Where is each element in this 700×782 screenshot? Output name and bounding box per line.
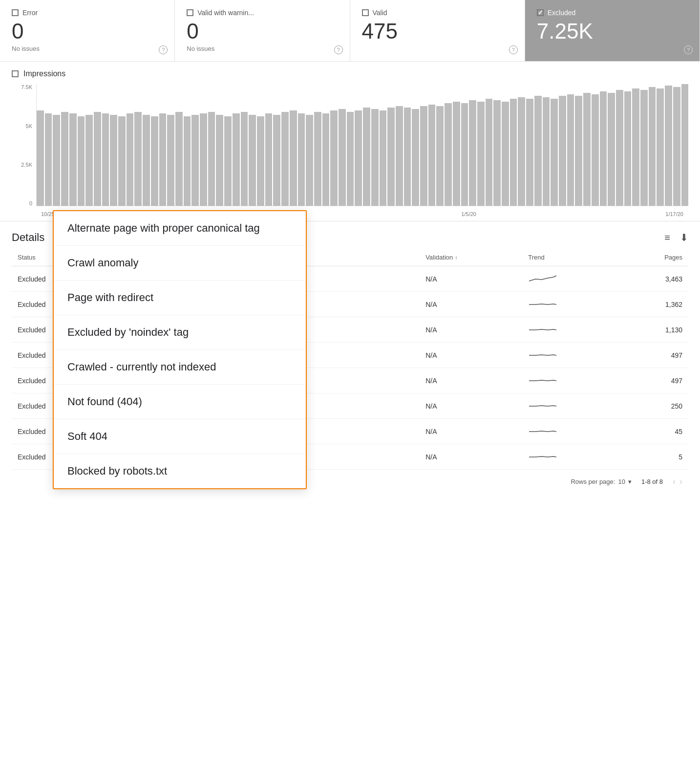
chart-bar <box>559 96 566 206</box>
chart-bar <box>241 112 248 206</box>
help-icon-valid-warning[interactable]: ? <box>334 45 343 54</box>
rows-per-page: Rows per page: 10 ▾ <box>571 478 632 485</box>
card-checkbox-excluded[interactable] <box>537 9 544 16</box>
card-header-error: Error <box>12 9 163 17</box>
chart-bar <box>649 87 656 206</box>
chart-bar <box>600 91 607 206</box>
chart-bar <box>510 99 517 206</box>
chart-bar <box>127 113 134 206</box>
chart-bar <box>534 96 542 206</box>
cell-trend <box>522 343 618 368</box>
chart-bar <box>486 99 493 206</box>
chart-bar <box>355 110 362 206</box>
chart-bar <box>208 112 215 206</box>
card-sub-valid-warning: No issues <box>187 45 338 52</box>
card-checkbox-error[interactable] <box>12 9 19 16</box>
impressions-checkbox[interactable] <box>12 70 19 77</box>
chart-bar <box>347 112 354 206</box>
dropdown-item-1[interactable]: Crawl anomaly <box>54 246 306 281</box>
y-label: 0 <box>12 200 35 206</box>
chart-bar <box>233 113 240 206</box>
chart-bar <box>306 115 313 206</box>
help-icon-excluded[interactable]: ? <box>684 45 693 54</box>
x-label: 1/17/20 <box>665 211 683 217</box>
chart-bar <box>78 116 85 206</box>
status-card-valid[interactable]: Valid 475 ? <box>350 0 525 61</box>
cell-pages: 3,463 <box>618 266 688 292</box>
cell-trend <box>522 444 618 470</box>
nav-arrows: ‹ › <box>673 477 682 487</box>
chart-bar <box>665 86 672 206</box>
x-label: 1/5/20 <box>461 211 476 217</box>
status-card-excluded[interactable]: Excluded 7.25K ? <box>525 0 700 61</box>
filter-icon[interactable]: ≡ <box>664 232 670 243</box>
card-checkbox-valid-warning[interactable] <box>187 9 193 16</box>
chart-bar <box>191 115 199 206</box>
chart-bar <box>339 109 346 206</box>
chart-bar <box>53 115 60 206</box>
col-header-pages: Pages <box>618 249 688 266</box>
impressions-header: Impressions <box>12 69 688 78</box>
y-label: 2.5K <box>12 162 35 168</box>
card-checkbox-valid[interactable] <box>362 9 369 16</box>
chart-bar <box>575 96 582 206</box>
cell-trend <box>522 368 618 393</box>
dropdown-overlay: Alternate page with proper canonical tag… <box>53 210 307 489</box>
chart-bar <box>69 113 77 206</box>
chart-bar <box>249 115 256 206</box>
dropdown-item-2[interactable]: Page with redirect <box>54 281 306 315</box>
cell-pages: 250 <box>618 393 688 419</box>
download-icon[interactable]: ⬇ <box>680 232 688 243</box>
card-label-valid-warning: Valid with warnin... <box>197 9 254 17</box>
chart-bar <box>85 115 93 206</box>
help-icon-error[interactable]: ? <box>159 45 168 54</box>
col-header-validation[interactable]: Validation↑ <box>420 249 522 266</box>
chart-bar <box>445 103 452 206</box>
prev-page-arrow[interactable]: ‹ <box>673 477 676 487</box>
chart-bar <box>118 116 126 206</box>
cell-trend <box>522 393 618 419</box>
chart-bar <box>493 100 501 206</box>
card-number-valid-warning: 0 <box>187 20 338 43</box>
cell-validation: N/A <box>420 393 522 419</box>
chart-bar <box>298 113 305 206</box>
chart-bars <box>36 84 688 206</box>
chart-bar <box>461 103 468 206</box>
chart-bar <box>567 94 574 206</box>
cell-pages: 497 <box>618 343 688 368</box>
rows-per-page-value[interactable]: 10 <box>618 478 625 485</box>
chart-bar <box>387 108 395 206</box>
dropdown-item-7[interactable]: Blocked by robots.txt <box>54 454 306 488</box>
card-header-valid-warning: Valid with warnin... <box>187 9 338 17</box>
cell-validation: N/A <box>420 343 522 368</box>
next-page-arrow[interactable]: › <box>679 477 682 487</box>
card-label-error: Error <box>22 9 38 17</box>
chart-bar <box>583 93 591 206</box>
chart-bar <box>45 113 52 206</box>
cell-trend <box>522 292 618 317</box>
dropdown-item-3[interactable]: Excluded by 'noindex' tag <box>54 315 306 350</box>
dropdown-item-4[interactable]: Crawled - currently not indexed <box>54 350 306 385</box>
chart-bar <box>290 110 297 206</box>
details-title: Details <box>12 231 44 244</box>
chart-bar <box>151 116 158 206</box>
sort-arrow: ↑ <box>455 255 458 261</box>
status-card-valid-warning[interactable]: Valid with warnin... 0 No issues ? <box>175 0 350 61</box>
dropdown-item-5[interactable]: Not found (404) <box>54 385 306 419</box>
chart-bar <box>518 97 525 206</box>
chart-bar <box>673 87 680 206</box>
chart-bar <box>551 99 558 206</box>
chart-y-labels: 02.5K5K7.5K <box>12 84 35 206</box>
chart-bar <box>436 106 444 206</box>
chart-bar <box>94 112 101 206</box>
status-card-error[interactable]: Error 0 No issues ? <box>0 0 175 61</box>
card-number-excluded: 7.25K <box>537 20 688 43</box>
chart-bar <box>102 113 109 206</box>
chart-bar <box>624 91 632 206</box>
dropdown-item-0[interactable]: Alternate page with proper canonical tag <box>54 211 306 246</box>
help-icon-valid[interactable]: ? <box>509 45 518 54</box>
dropdown-item-6[interactable]: Soft 404 <box>54 419 306 454</box>
rows-per-page-arrow[interactable]: ▾ <box>628 478 632 485</box>
cell-pages: 5 <box>618 444 688 470</box>
col-header-trend: Trend <box>522 249 618 266</box>
